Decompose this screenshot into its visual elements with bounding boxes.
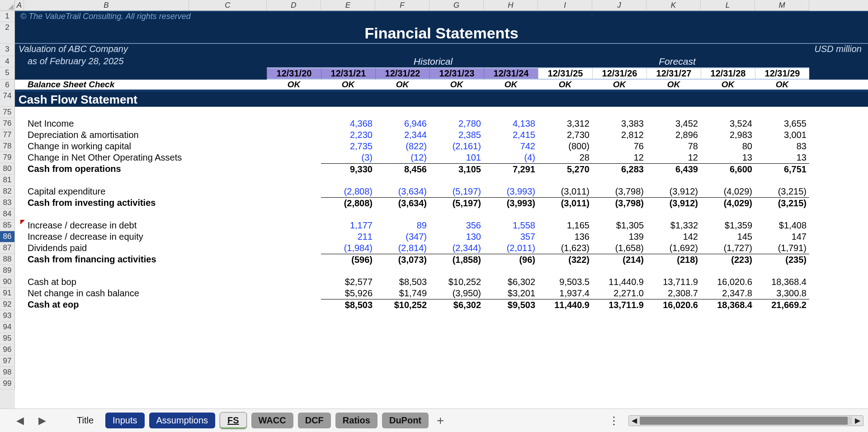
- data-cell[interactable]: 2,308.7: [646, 288, 701, 299]
- data-cell[interactable]: 9,503.5: [538, 276, 592, 288]
- row-header[interactable]: 79: [0, 152, 15, 163]
- data-cell[interactable]: (3,912): [646, 186, 701, 197]
- row-header[interactable]: 87: [0, 242, 15, 254]
- data-cell[interactable]: 2,983: [701, 129, 755, 141]
- data-cell[interactable]: 13,711.9: [646, 276, 701, 288]
- data-cell[interactable]: 4,138: [484, 118, 538, 129]
- row-header[interactable]: 92: [0, 299, 15, 310]
- data-cell[interactable]: (12): [375, 152, 429, 163]
- row-header[interactable]: 3: [0, 44, 15, 56]
- data-cell[interactable]: (2,808): [321, 197, 375, 209]
- data-cell[interactable]: 2,735: [321, 141, 375, 152]
- data-cell[interactable]: 357: [484, 231, 538, 242]
- data-cell[interactable]: 742: [484, 141, 538, 152]
- data-cell[interactable]: (1,791): [755, 242, 809, 254]
- row-header[interactable]: 98: [0, 367, 15, 378]
- data-cell[interactable]: (3): [321, 152, 375, 163]
- data-cell[interactable]: (218): [646, 254, 701, 265]
- data-cell[interactable]: 13: [755, 152, 809, 163]
- data-cell[interactable]: $8,503: [375, 276, 429, 288]
- data-cell[interactable]: (2,808): [321, 186, 375, 197]
- data-cell[interactable]: 6,283: [592, 163, 646, 175]
- data-cell[interactable]: (1,658): [592, 242, 646, 254]
- date-header[interactable]: 12/31/21: [321, 67, 375, 80]
- data-cell[interactable]: (3,215): [755, 186, 809, 197]
- data-cell[interactable]: $6,302: [484, 276, 538, 288]
- data-cell[interactable]: 12: [592, 152, 646, 163]
- data-cell[interactable]: 2,730: [538, 129, 592, 141]
- sheet-tab-title[interactable]: Title: [70, 413, 101, 428]
- data-cell[interactable]: 13,711.9: [592, 299, 646, 310]
- data-cell[interactable]: (4,029): [701, 186, 755, 197]
- data-cell[interactable]: (223): [701, 254, 755, 265]
- data-cell[interactable]: 356: [429, 220, 484, 231]
- sheet-tab-inputs[interactable]: Inputs: [105, 413, 144, 428]
- data-cell[interactable]: 2,780: [429, 118, 484, 129]
- row-header[interactable]: 88: [0, 254, 15, 265]
- data-cell[interactable]: 2,344: [375, 129, 429, 141]
- col-header-G[interactable]: G: [429, 0, 484, 11]
- data-cell[interactable]: (1,727): [701, 242, 755, 254]
- data-cell[interactable]: (2,814): [375, 242, 429, 254]
- col-header-M[interactable]: M: [755, 0, 809, 11]
- sheet-tab-wacc[interactable]: WACC: [251, 413, 293, 428]
- row-header[interactable]: 6: [0, 80, 15, 90]
- date-header[interactable]: 12/31/23: [429, 67, 484, 80]
- scroll-right-icon[interactable]: ▶: [852, 416, 863, 425]
- data-cell[interactable]: (4,029): [701, 197, 755, 209]
- data-cell[interactable]: (2,161): [429, 141, 484, 152]
- col-header-K[interactable]: K: [646, 0, 701, 11]
- data-cell[interactable]: $3,201: [484, 288, 538, 299]
- data-cell[interactable]: 3,655: [755, 118, 809, 129]
- col-header-D[interactable]: D: [267, 0, 321, 11]
- data-cell[interactable]: (1,692): [646, 242, 701, 254]
- data-cell[interactable]: 2,271.0: [592, 288, 646, 299]
- row-header[interactable]: 86: [0, 231, 15, 242]
- date-header[interactable]: 12/31/27: [646, 67, 701, 80]
- row-header[interactable]: 83: [0, 197, 15, 209]
- add-sheet-button[interactable]: +: [429, 413, 452, 428]
- data-cell[interactable]: (3,634): [375, 186, 429, 197]
- row-header[interactable]: 76: [0, 118, 15, 129]
- data-cell[interactable]: 3,524: [701, 118, 755, 129]
- data-cell[interactable]: 11,440.9: [592, 276, 646, 288]
- data-cell[interactable]: 3,312: [538, 118, 592, 129]
- data-cell[interactable]: 13: [701, 152, 755, 163]
- data-cell[interactable]: 6,439: [646, 163, 701, 175]
- data-cell[interactable]: (4): [484, 152, 538, 163]
- row-header[interactable]: 74: [0, 90, 15, 107]
- data-cell[interactable]: 2,896: [646, 129, 701, 141]
- data-cell[interactable]: 16,020.6: [701, 276, 755, 288]
- row-header[interactable]: 85: [0, 220, 15, 231]
- row-header[interactable]: 82: [0, 186, 15, 197]
- col-header-I[interactable]: I: [538, 0, 592, 11]
- data-cell[interactable]: 7,291: [484, 163, 538, 175]
- data-cell[interactable]: $10,252: [375, 299, 429, 310]
- data-cell[interactable]: 6,600: [701, 163, 755, 175]
- row-header[interactable]: 77: [0, 129, 15, 141]
- row-header[interactable]: 97: [0, 356, 15, 367]
- col-header-A[interactable]: A: [15, 0, 24, 11]
- data-cell[interactable]: (3,011): [538, 197, 592, 209]
- data-cell[interactable]: 11,440.9: [538, 299, 592, 310]
- data-cell[interactable]: 2,347.8: [701, 288, 755, 299]
- col-header-L[interactable]: L: [701, 0, 755, 11]
- data-cell[interactable]: $2,577: [321, 276, 375, 288]
- data-cell[interactable]: 2,812: [592, 129, 646, 141]
- data-cell[interactable]: $1,408: [755, 220, 809, 231]
- row-header[interactable]: 4: [0, 56, 15, 67]
- data-cell[interactable]: 211: [321, 231, 375, 242]
- date-header[interactable]: 12/31/20: [267, 67, 321, 80]
- sheet-tab-fs[interactable]: FS: [220, 412, 247, 429]
- tab-nav-right-icon[interactable]: ▶: [38, 415, 46, 427]
- tab-nav-left-icon[interactable]: ◀: [16, 415, 24, 427]
- sheet-tab-dcf[interactable]: DCF: [298, 413, 331, 428]
- data-cell[interactable]: $9,503: [484, 299, 538, 310]
- data-cell[interactable]: (1,858): [429, 254, 484, 265]
- data-cell[interactable]: (5,197): [429, 186, 484, 197]
- data-cell[interactable]: (322): [538, 254, 592, 265]
- data-cell[interactable]: (3,073): [375, 254, 429, 265]
- select-all-corner[interactable]: [0, 0, 15, 11]
- horizontal-scrollbar[interactable]: ◀ ▶: [628, 415, 863, 426]
- data-cell[interactable]: (800): [538, 141, 592, 152]
